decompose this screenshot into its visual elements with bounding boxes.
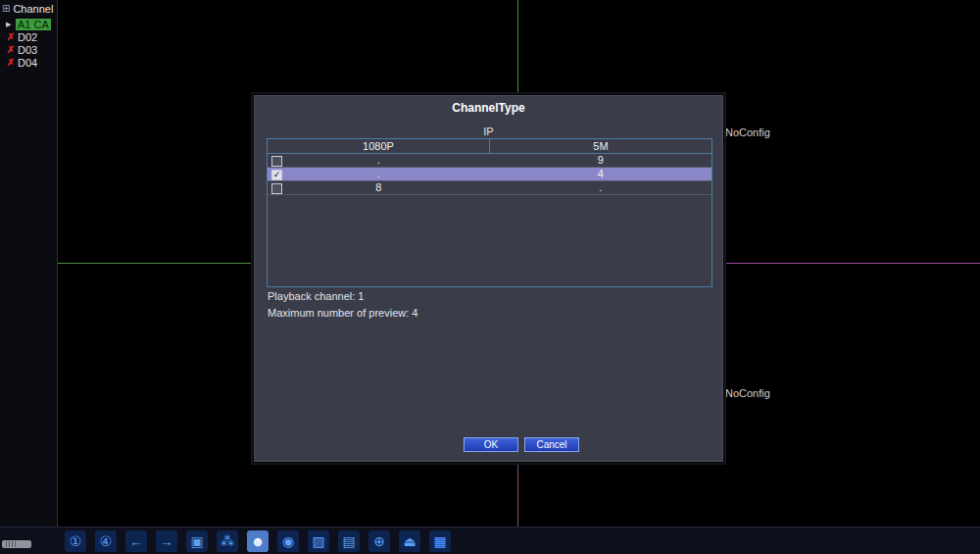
- cell-1080p: 8: [268, 181, 490, 194]
- column-header-1080p: 1080P: [268, 139, 490, 153]
- bottom-toolbar: ① ④ ← → ▣ ⁂ ☻ ◉ ▨ ▤ ⊕ ⏏ ▦: [0, 527, 980, 554]
- channel-type-table: 1080P 5M . 9 ✓ . 4 8 .: [267, 138, 712, 287]
- column-header-5m: 5M: [490, 139, 711, 153]
- row-checkbox[interactable]: [271, 183, 282, 194]
- output-adjust-icon[interactable]: ▤: [338, 530, 360, 552]
- dialog-title: ChannelType: [254, 101, 723, 115]
- noconfig-label-top-right: NoConfig: [725, 126, 770, 138]
- max-preview-info: Maximum number of preview: 4: [268, 307, 417, 319]
- cell-5m: 4: [490, 168, 712, 180]
- channel-type-grid-icon[interactable]: ▦: [429, 530, 451, 552]
- cancel-button[interactable]: Cancel: [524, 437, 579, 452]
- tree-horizontal-scrollbar[interactable]: [2, 540, 31, 548]
- table-header-row: 1080P 5M: [268, 139, 711, 154]
- cell-1080p: .: [268, 168, 490, 180]
- no-signal-x-icon: ✗: [6, 58, 16, 68]
- row-checkbox-checked[interactable]: ✓: [271, 170, 282, 180]
- pip-view-icon[interactable]: ▣: [186, 530, 208, 552]
- cell-1080p: .: [268, 154, 490, 167]
- toolbar-icons: ① ④ ← → ▣ ⁂ ☻ ◉ ▨ ▤ ⊕ ⏏ ▦: [65, 530, 451, 552]
- channel-item-d02[interactable]: ✗ D02: [0, 30, 57, 43]
- table-row[interactable]: . 9: [268, 154, 711, 168]
- quad-screen-view-icon[interactable]: ④: [95, 530, 117, 552]
- ptz-control-icon[interactable]: ◉: [277, 530, 299, 552]
- play-arrow-icon: ▶: [6, 21, 14, 28]
- previous-page-icon[interactable]: ←: [125, 530, 147, 552]
- nvr-live-view-screen: { "sidebar": { "header_glyph": "⊞", "tit…: [0, 0, 980, 554]
- channel-item-d04[interactable]: ✗ D04: [0, 56, 57, 69]
- cell-5m: .: [490, 181, 712, 194]
- row-checkbox[interactable]: [271, 156, 282, 167]
- channel-type-dialog: ChannelType IP 1080P 5M . 9 ✓ . 4 8 . Pl…: [253, 94, 724, 463]
- color-setting-icon[interactable]: ▨: [308, 530, 329, 552]
- ok-button[interactable]: OK: [464, 437, 518, 452]
- channel-item-label: D04: [18, 57, 37, 69]
- channel-item-label: D03: [18, 44, 37, 56]
- table-row[interactable]: 8 .: [268, 181, 711, 195]
- no-signal-x-icon: ✗: [6, 32, 16, 42]
- channel-tree-header: ⊞ Channel: [0, 0, 57, 18]
- network-icon[interactable]: ⊕: [368, 530, 390, 552]
- noconfig-label-bottom-right: NoConfig: [725, 387, 770, 399]
- ip-section-label: IP: [254, 126, 723, 137]
- channel-tree-panel: ⊞ Channel ▶ A1 CA ✗ D02 ✗ D03 ✗ D04: [0, 0, 58, 527]
- playback-channel-info: Playback channel: 1: [268, 290, 364, 302]
- scrollbar-grip-icon: [6, 541, 17, 547]
- single-screen-view-icon[interactable]: ①: [65, 530, 86, 552]
- account-icon[interactable]: ☻: [247, 530, 269, 552]
- table-row-selected[interactable]: ✓ . 4: [268, 168, 711, 181]
- cell-5m: 9: [490, 154, 712, 167]
- storage-eject-icon[interactable]: ⏏: [399, 530, 420, 552]
- channel-item-label: D02: [18, 31, 37, 43]
- tree-root-icon: ⊞: [2, 4, 10, 14]
- next-page-icon[interactable]: →: [156, 530, 177, 552]
- channel-tree-title: Channel: [13, 3, 53, 15]
- channel-item-a1[interactable]: ▶ A1 CA: [0, 18, 57, 30]
- channel-item-d03[interactable]: ✗ D03: [0, 43, 57, 56]
- no-signal-x-icon: ✗: [6, 45, 16, 55]
- channel-item-label: A1 CA: [16, 19, 51, 30]
- tour-icon[interactable]: ⁂: [217, 530, 238, 552]
